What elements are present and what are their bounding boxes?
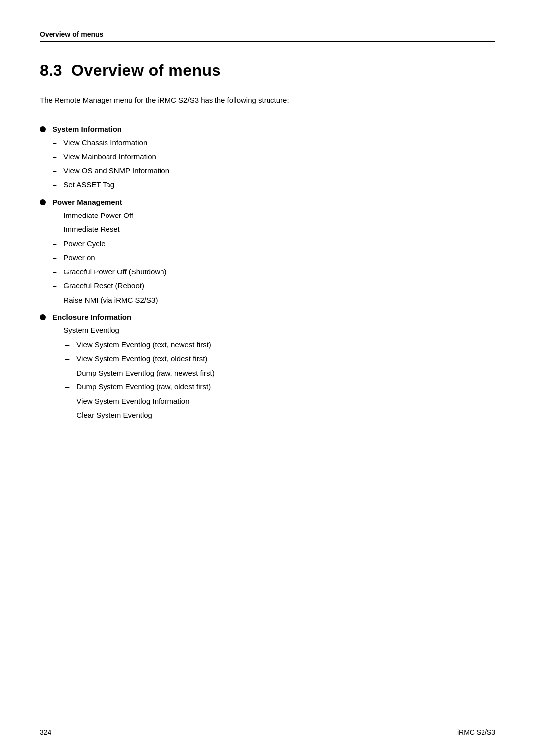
- sub-item-power-management-4: –Graceful Power Off (Shutdown): [53, 267, 495, 278]
- sub-item-power-management-0: –Immediate Power Off: [53, 210, 495, 221]
- sub-item-dash: –: [53, 165, 56, 177]
- page-container: Overview of menus 8.3Overview of menus T…: [0, 0, 535, 756]
- sub-item-text-power-management-4: Graceful Power Off (Shutdown): [63, 267, 166, 278]
- sub-item-text-power-management-2: Power Cycle: [63, 238, 105, 250]
- sub-item-dash: –: [53, 224, 56, 235]
- bullet-header-text-power-management: Power Management: [53, 198, 122, 206]
- sub-item-power-management-1: –Immediate Reset: [53, 224, 495, 235]
- page-header: Overview of menus: [40, 30, 495, 42]
- footer-product: iRMC S2/S3: [457, 728, 495, 736]
- sub-sub-item-dash: –: [65, 381, 69, 393]
- sub-item-dash: –: [53, 238, 56, 250]
- bullet-dot-power-management: [40, 199, 46, 205]
- sub-sub-item-text-4: View System Eventlog Information: [76, 396, 189, 407]
- bullet-dot-enclosure-information: [40, 314, 46, 320]
- sub-item-text-system-information-0: View Chassis Information: [63, 137, 147, 149]
- sub-sub-item-5: –Clear System Eventlog: [65, 410, 495, 421]
- bullet-section-power-management: Power Management–Immediate Power Off–Imm…: [40, 198, 495, 306]
- sub-sub-item-text-5: Clear System Eventlog: [76, 410, 152, 421]
- sub-item-system-information-2: –View OS and SNMP Information: [53, 165, 495, 177]
- sub-sub-item-text-1: View System Eventlog (text, oldest first…: [76, 353, 207, 365]
- sub-sub-item-3: –Dump System Eventlog (raw, oldest first…: [65, 381, 495, 393]
- bullet-header-enclosure-information: Enclosure Information: [40, 313, 495, 321]
- chapter-number: 8.3: [40, 61, 62, 79]
- sub-sub-item-dash: –: [65, 368, 69, 379]
- bullet-header-text-enclosure-information: Enclosure Information: [53, 313, 131, 321]
- intro-text: The Remote Manager menu for the iRMC S2/…: [40, 95, 495, 106]
- sub-item-power-management-3: –Power on: [53, 252, 495, 264]
- sub-item-text-power-management-6: Raise NMI (via iRMC S2/S3): [63, 295, 158, 306]
- sub-item-dash: –: [53, 210, 56, 221]
- sub-item-system-information-3: –Set ASSET Tag: [53, 179, 495, 191]
- bullet-section-system-information: System Information–View Chassis Informat…: [40, 125, 495, 191]
- sub-item-text-power-management-3: Power on: [63, 252, 95, 264]
- footer-page-number: 324: [40, 728, 51, 736]
- sub-item-text-system-information-1: View Mainboard Information: [63, 151, 156, 162]
- sub-item-text-power-management-0: Immediate Power Off: [63, 210, 133, 221]
- sub-items-power-management: –Immediate Power Off–Immediate Reset–Pow…: [53, 210, 495, 306]
- chapter-title: 8.3Overview of menus: [40, 61, 495, 80]
- bullet-section-enclosure-information: Enclosure Information–System Eventlog–Vi…: [40, 313, 495, 421]
- sub-item-dash: –: [53, 280, 56, 292]
- page-footer: 324 iRMC S2/S3: [40, 723, 495, 736]
- sub-items-enclosure-information: –System Eventlog–View System Eventlog (t…: [53, 325, 495, 421]
- sub-item-dash: –: [53, 267, 56, 278]
- sub-sub-item-dash: –: [65, 353, 69, 365]
- header-text: Overview of menus: [40, 30, 103, 38]
- chapter-title-text: Overview of menus: [71, 61, 221, 79]
- sub-item-text-system-information-3: Set ASSET Tag: [63, 179, 114, 191]
- bullet-dot-system-information: [40, 126, 46, 132]
- sub-item-dash: –: [53, 137, 56, 149]
- sub-item-text-power-management-5: Graceful Reset (Reboot): [63, 280, 144, 292]
- sub-sub-item-text-2: Dump System Eventlog (raw, newest first): [76, 368, 214, 379]
- sub-items-system-information: –View Chassis Information–View Mainboard…: [53, 137, 495, 191]
- bullet-header-system-information: System Information: [40, 125, 495, 133]
- sub-sub-item-dash: –: [65, 339, 69, 351]
- bullet-header-text-system-information: System Information: [53, 125, 122, 133]
- sub-sub-item-2: –Dump System Eventlog (raw, newest first…: [65, 368, 495, 379]
- sub-item-power-management-5: –Graceful Reset (Reboot): [53, 280, 495, 292]
- sub-sub-item-dash: –: [65, 410, 69, 421]
- sub-item-dash: –: [53, 151, 56, 162]
- sub-item-dash: –: [53, 179, 56, 191]
- sub-sub-item-text-3: Dump System Eventlog (raw, oldest first): [76, 381, 211, 393]
- sub-item-text-enclosure-information-0: System Eventlog: [63, 325, 119, 336]
- sub-item-dash: –: [53, 252, 56, 264]
- bullet-header-power-management: Power Management: [40, 198, 495, 206]
- sub-sub-item-0: –View System Eventlog (text, newest firs…: [65, 339, 495, 351]
- sub-item-system-information-0: –View Chassis Information: [53, 137, 495, 149]
- sub-sub-item-text-0: View System Eventlog (text, newest first…: [76, 339, 211, 351]
- sub-item-enclosure-information-0: –System Eventlog: [53, 325, 495, 336]
- sub-item-text-system-information-2: View OS and SNMP Information: [63, 165, 169, 177]
- sub-item-system-information-1: –View Mainboard Information: [53, 151, 495, 162]
- sub-sub-item-1: –View System Eventlog (text, oldest firs…: [65, 353, 495, 365]
- sub-sub-item-dash: –: [65, 396, 69, 407]
- sub-item-power-management-6: –Raise NMI (via iRMC S2/S3): [53, 295, 495, 306]
- sub-item-power-management-2: –Power Cycle: [53, 238, 495, 250]
- sub-item-dash: –: [53, 295, 56, 306]
- content-area: System Information–View Chassis Informat…: [40, 118, 495, 426]
- sub-item-dash: –: [53, 325, 56, 336]
- sub-item-text-power-management-1: Immediate Reset: [63, 224, 119, 235]
- sub-sub-item-4: –View System Eventlog Information: [65, 396, 495, 407]
- sub-sub-items-enclosure-information-0: –View System Eventlog (text, newest firs…: [65, 339, 495, 421]
